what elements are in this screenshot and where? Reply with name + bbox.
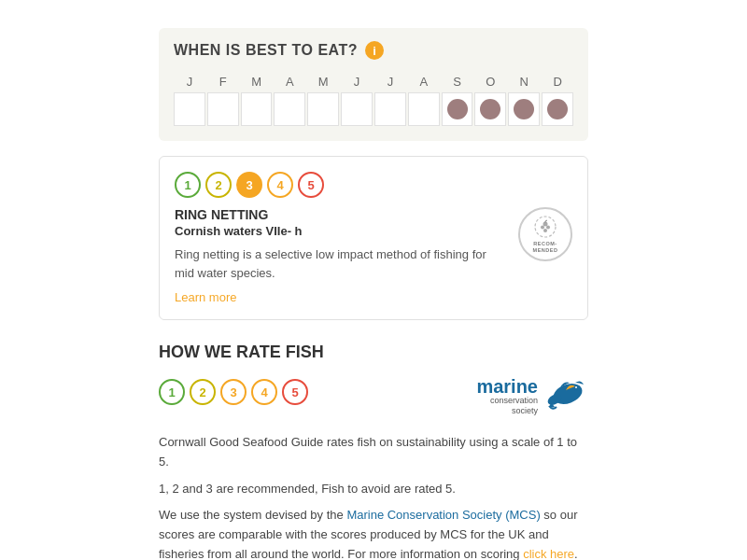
rating-circle-3: 3 bbox=[220, 379, 247, 405]
svg-point-2 bbox=[541, 225, 544, 229]
month-cell bbox=[341, 92, 373, 126]
month-cell bbox=[241, 92, 273, 126]
rate-desc-2: 1, 2 and 3 are recommended, Fish to avoi… bbox=[159, 480, 588, 499]
mcs-dolphin-icon bbox=[542, 373, 588, 420]
rating-circle-1: 1 bbox=[175, 172, 201, 198]
rate-section-title: HOW WE RATE FISH bbox=[159, 343, 588, 362]
mcs-text-block: marine conservationsociety bbox=[476, 377, 538, 416]
netting-rating-circles: 12345 bbox=[175, 172, 572, 198]
mcs-logo-subtext: conservationsociety bbox=[490, 396, 538, 416]
recommended-badge: RECOM-MENDED bbox=[518, 207, 572, 261]
netting-content: RING NETTING Cornish waters VIIe- h Ring… bbox=[175, 207, 503, 304]
rating-circle-5: 5 bbox=[282, 379, 308, 405]
svg-point-0 bbox=[535, 217, 556, 237]
netting-description: Ring netting is a selective low impact m… bbox=[175, 245, 503, 282]
badge-label: RECOM-MENDED bbox=[533, 241, 558, 254]
month-header-label: M bbox=[307, 71, 339, 92]
month-cell bbox=[274, 92, 305, 126]
rate-desc-3-period: . bbox=[574, 547, 578, 560]
month-cell bbox=[508, 92, 540, 126]
month-cell bbox=[408, 92, 440, 126]
month-active-dot bbox=[480, 99, 500, 119]
mcs-link-text: Marine Conservation Society (MCS) bbox=[346, 508, 540, 522]
learn-more-link[interactable]: Learn more bbox=[175, 290, 236, 304]
month-header-label: O bbox=[474, 71, 506, 92]
rating-circle-3: 3 bbox=[236, 172, 262, 198]
month-header-label: N bbox=[508, 71, 540, 92]
month-header-label: A bbox=[408, 71, 440, 92]
page-container: WHEN IS BEST TO EAT? i JFMAMJJASOND 1234… bbox=[149, 19, 598, 560]
month-header-label: J bbox=[341, 71, 373, 92]
badge-inner: RECOM-MENDED bbox=[533, 215, 558, 254]
month-grid-cells bbox=[174, 92, 573, 126]
rating-circle-1: 1 bbox=[159, 379, 185, 405]
rating-circle-4: 4 bbox=[267, 172, 293, 198]
month-cell bbox=[307, 92, 339, 126]
month-grid-headers: JFMAMJJASOND bbox=[174, 71, 573, 92]
click-here-link[interactable]: click here bbox=[523, 547, 574, 560]
month-header-label: F bbox=[207, 71, 239, 92]
rating-circle-4: 4 bbox=[251, 379, 277, 405]
netting-card-inner: RING NETTING Cornish waters VIIe- h Ring… bbox=[175, 207, 572, 304]
mcs-logo-text: marine bbox=[476, 377, 538, 396]
rating-circle-5: 5 bbox=[298, 172, 324, 198]
netting-subtitle: Cornish waters VIIe- h bbox=[175, 224, 503, 238]
svg-point-10 bbox=[575, 386, 577, 388]
rating-circle-2: 2 bbox=[190, 379, 216, 405]
month-header-label: J bbox=[174, 71, 205, 92]
month-cell bbox=[174, 92, 205, 126]
best-eat-card: WHEN IS BEST TO EAT? i JFMAMJJASOND bbox=[159, 28, 588, 141]
month-cell bbox=[207, 92, 239, 126]
rate-desc-1: Cornwall Good Seafood Guide rates fish o… bbox=[159, 433, 588, 472]
best-eat-title: WHEN IS BEST TO EAT? bbox=[174, 42, 358, 59]
month-active-dot bbox=[447, 99, 468, 119]
month-header-label: M bbox=[241, 71, 273, 92]
month-cell bbox=[542, 92, 573, 126]
netting-card: 12345 RING NETTING Cornish waters VIIe- … bbox=[159, 156, 588, 320]
month-active-dot bbox=[547, 99, 568, 119]
rating-circle-2: 2 bbox=[205, 172, 232, 198]
month-header-label: A bbox=[274, 71, 305, 92]
month-cell bbox=[474, 92, 506, 126]
rate-desc-3: We use the system devised by the Marine … bbox=[159, 506, 588, 560]
month-cell bbox=[374, 92, 406, 126]
month-header-label: D bbox=[542, 71, 573, 92]
info-icon[interactable]: i bbox=[365, 41, 384, 60]
badge-fish-icon bbox=[533, 215, 557, 239]
netting-title: RING NETTING bbox=[175, 207, 503, 222]
month-active-dot bbox=[514, 99, 534, 119]
best-eat-header: WHEN IS BEST TO EAT? i bbox=[174, 41, 573, 60]
rate-rating-circles: 12345 bbox=[159, 379, 308, 405]
month-cell bbox=[442, 92, 473, 126]
svg-point-3 bbox=[546, 225, 550, 229]
rate-header-row: 12345 marine conservationsociety bbox=[159, 373, 588, 420]
mcs-logo: marine conservationsociety bbox=[476, 373, 588, 420]
month-header-label: S bbox=[442, 71, 473, 92]
rate-desc-3-text1: We use the system devised by the bbox=[159, 508, 346, 522]
svg-line-6 bbox=[545, 220, 547, 221]
svg-point-9 bbox=[574, 385, 580, 391]
rate-section: HOW WE RATE FISH 12345 marine conservati… bbox=[159, 339, 588, 560]
month-header-label: J bbox=[374, 71, 406, 92]
svg-point-4 bbox=[543, 229, 547, 232]
